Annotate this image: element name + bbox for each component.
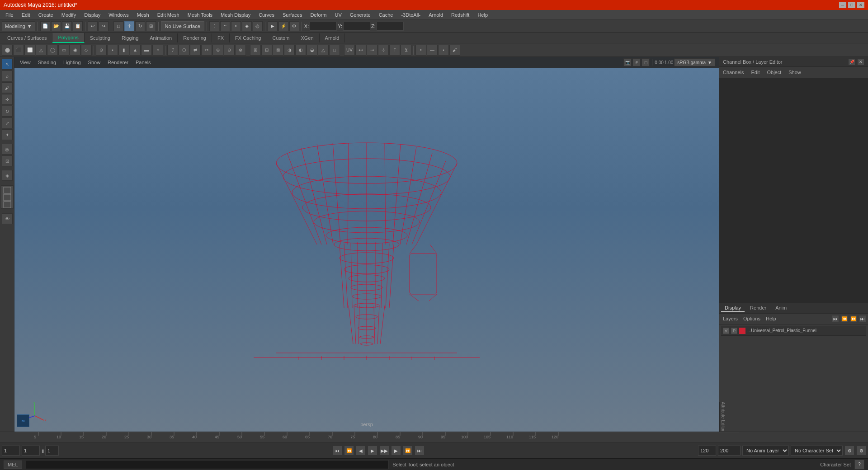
- snap-surface-btn[interactable]: ◈: [242, 21, 252, 31]
- anim-layer-dropdown[interactable]: No Anim Layer: [742, 446, 789, 456]
- rotate-mode-btn[interactable]: ↻: [135, 21, 145, 31]
- pb-settings-btn1[interactable]: ⚙: [844, 446, 854, 456]
- select-mode-btn[interactable]: ◻: [113, 21, 123, 31]
- vp-shading-menu[interactable]: Shading: [36, 59, 58, 66]
- menu-uv[interactable]: UV: [331, 11, 345, 19]
- start-frame-input[interactable]: [2, 446, 20, 456]
- disc-icon-btn[interactable]: ◉: [70, 45, 80, 56]
- menu-deform[interactable]: Deform: [307, 11, 330, 19]
- snap-together-btn[interactable]: ◈: [2, 170, 13, 181]
- z-input[interactable]: [377, 22, 404, 31]
- move-tool-btn[interactable]: ✛: [2, 94, 13, 105]
- y-input[interactable]: [343, 22, 370, 31]
- uv-cut-btn[interactable]: ⊹: [378, 45, 389, 56]
- menu-create[interactable]: Create: [35, 11, 57, 19]
- layers-menu-btn[interactable]: Layers: [721, 315, 740, 322]
- layer-play-btn[interactable]: ⏩: [850, 315, 857, 322]
- layer-end-btn[interactable]: ⏭: [859, 315, 866, 322]
- go-end-btn[interactable]: ⏭: [415, 446, 425, 456]
- tab-rendering[interactable]: Rendering: [178, 33, 212, 42]
- channel-box-pin-btn[interactable]: 📌: [848, 58, 855, 66]
- nurbs-plane-btn[interactable]: ▬: [141, 45, 152, 56]
- offset-btn[interactable]: ⊖: [224, 45, 235, 56]
- undo-btn[interactable]: ↩: [88, 21, 98, 31]
- paint-sel-btn[interactable]: 🖌: [449, 45, 460, 56]
- bevel-btn[interactable]: ⬡: [179, 45, 189, 56]
- play-back-btn[interactable]: ▶: [368, 446, 377, 456]
- vp-renderer-menu[interactable]: Renderer: [106, 59, 130, 66]
- save-as-btn[interactable]: 📋: [73, 21, 83, 31]
- window-controls[interactable]: ─ □ ✕: [839, 2, 864, 8]
- nurbs-sphere-btn[interactable]: ⊙: [96, 45, 107, 56]
- menu-mesh-tools[interactable]: Mesh Tools: [184, 11, 216, 19]
- menu-surfaces[interactable]: Surfaces: [279, 11, 306, 19]
- retopo-btn[interactable]: ◒: [307, 45, 317, 56]
- tab-xgen[interactable]: XGen: [295, 33, 319, 42]
- maximize-button[interactable]: □: [848, 2, 855, 8]
- snap-grid-btn[interactable]: ⋮: [209, 21, 219, 31]
- move-mode-btn[interactable]: ✛: [124, 21, 134, 31]
- open-scene-btn[interactable]: 📂: [51, 21, 61, 31]
- snap-live-btn[interactable]: ◎: [253, 21, 263, 31]
- character-set-dropdown[interactable]: No Character Set: [791, 446, 843, 456]
- play-forward-btn[interactable]: ▶▶: [379, 446, 389, 456]
- timeline-area[interactable]: 5 10 15 20 25 30 35 40 45 50 55 60 65: [0, 432, 868, 442]
- minimize-button[interactable]: ─: [839, 2, 846, 8]
- no-live-surface-btn[interactable]: No Live Surface: [161, 21, 204, 31]
- cb-tab-edit[interactable]: Edit: [749, 69, 761, 76]
- snap-curve-btn[interactable]: ~: [220, 21, 230, 31]
- cb-tab-object[interactable]: Object: [765, 69, 783, 76]
- target-weld-btn[interactable]: ⊕: [212, 45, 223, 56]
- extrude-btn[interactable]: ⤴: [167, 45, 178, 56]
- frame-step-input[interactable]: [45, 446, 59, 456]
- menu-curves[interactable]: Curves: [255, 11, 278, 19]
- multi-cut-btn[interactable]: ✂: [201, 45, 212, 56]
- workspace-dropdown[interactable]: Modeling ▼: [2, 21, 35, 31]
- ipr-btn[interactable]: ⚡: [278, 21, 288, 31]
- layer-tab-display[interactable]: Display: [721, 304, 745, 312]
- tab-polygons[interactable]: Polygons: [52, 33, 84, 43]
- layer-tab-anim[interactable]: Anim: [772, 304, 790, 311]
- uv-sew-btn[interactable]: ⊺: [389, 45, 400, 56]
- paint-sel-tool-btn[interactable]: 🖌: [2, 82, 13, 93]
- boolean-btn[interactable]: ⊠: [273, 45, 283, 56]
- redo-btn[interactable]: ↪: [99, 21, 108, 31]
- select-face-btn[interactable]: ▪: [438, 45, 449, 56]
- vp-camera-btn[interactable]: 📷: [623, 58, 632, 66]
- menu-mesh[interactable]: Mesh: [133, 11, 153, 19]
- menu-3dto-all[interactable]: -3DtoAll-: [397, 11, 424, 19]
- lasso-tool-btn[interactable]: ⌕: [2, 70, 13, 81]
- tab-fx-caching[interactable]: FX Caching: [230, 33, 267, 42]
- uv-unfold-btn[interactable]: ⊷: [355, 45, 366, 56]
- merge-btn[interactable]: ⊗: [235, 45, 246, 56]
- vp-show-menu[interactable]: Show: [86, 59, 103, 66]
- layer-tab-render[interactable]: Render: [746, 304, 770, 311]
- view-cube-btn[interactable]: [1, 185, 14, 209]
- tab-animation[interactable]: Animation: [144, 33, 178, 42]
- cb-tab-channels[interactable]: Channels: [721, 69, 745, 76]
- cube-icon-btn[interactable]: ⬛: [13, 45, 24, 56]
- layer-rewind-btn[interactable]: ⏮: [832, 315, 839, 322]
- cylinder-icon-btn[interactable]: ⬜: [24, 45, 35, 56]
- scale-tool-btn[interactable]: ⤢: [2, 118, 13, 128]
- quad-btn[interactable]: □: [329, 45, 340, 56]
- nurbs-cone-btn[interactable]: ▲: [130, 45, 141, 56]
- scale-mode-btn[interactable]: ⊞: [146, 21, 156, 31]
- menu-redshift[interactable]: Redshift: [448, 11, 473, 19]
- tab-fx[interactable]: FX: [212, 33, 230, 42]
- select-edge-btn[interactable]: —: [427, 45, 438, 56]
- menu-generate[interactable]: Generate: [346, 11, 374, 19]
- new-scene-btn[interactable]: 📄: [40, 21, 50, 31]
- cone-icon-btn[interactable]: △: [36, 45, 47, 56]
- nurbs-torus-btn[interactable]: ○: [152, 45, 163, 56]
- vp-wireframe-btn[interactable]: ◻: [642, 58, 650, 66]
- uv-layout-btn[interactable]: ⊸: [367, 45, 377, 56]
- soft-mod-btn[interactable]: ◎: [2, 144, 13, 155]
- layer-color-swatch[interactable]: [739, 328, 745, 334]
- nurbs-cube-btn[interactable]: ▪: [107, 45, 118, 56]
- save-scene-btn[interactable]: 💾: [62, 21, 72, 31]
- next-key-btn[interactable]: ⏩: [403, 446, 413, 456]
- help-line-btn[interactable]: ?: [854, 460, 864, 470]
- vp-panels-menu[interactable]: Panels: [134, 59, 153, 66]
- visibility-icon-btn[interactable]: 👁: [2, 213, 13, 224]
